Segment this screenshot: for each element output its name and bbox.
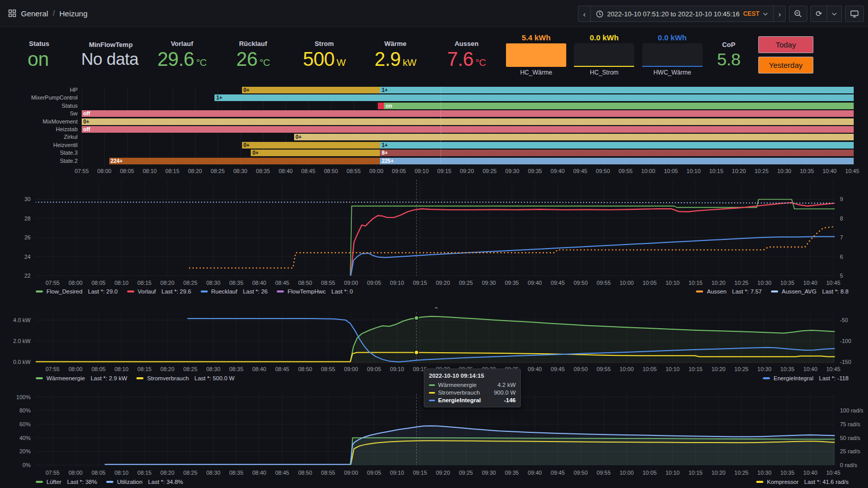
today-button[interactable]: Today <box>758 36 813 53</box>
legend-item-Wärmeenergie[interactable]: Wärmeenergie Last *: 2.9 kW <box>36 375 127 381</box>
legend-item-Aussen[interactable]: Aussen Last *: 7.57 <box>696 288 762 295</box>
timeline-segment: 1+ <box>380 142 854 149</box>
x-axis-tick: 07:55 <box>45 366 60 372</box>
left-axis-tick: 0% <box>22 462 31 468</box>
stat-cop: CoP 5.8 <box>706 29 751 81</box>
x-axis-tick: 10:30 <box>757 366 771 372</box>
left-axis-tick: 26 <box>25 234 31 240</box>
legend-label: Flow_Desired <box>46 288 82 295</box>
breadcrumb-section[interactable]: General <box>21 9 48 18</box>
legend-swatch <box>696 290 703 292</box>
timeline-segment: 0+ <box>294 134 854 140</box>
refresh-interval-dropdown[interactable] <box>827 6 841 21</box>
tooltip-series-value: 900.0 W <box>494 389 516 396</box>
legend-label: FlowTempHwc <box>287 288 326 295</box>
right-axis-tick: 25 rad/s <box>840 448 860 454</box>
legend-value: Last *: 0 <box>331 288 353 295</box>
x-axis-tick: 10:25 <box>734 470 749 476</box>
time-range-button[interactable]: 2022-10-10 07:51:20 to 2022-10-10 10:45:… <box>590 6 774 21</box>
legend-item-FlowTempHwc[interactable]: FlowTempHwc Last *: 0 <box>277 288 353 295</box>
x-axis-tick: 08:10 <box>114 366 129 372</box>
x-axis-tick: 08:20 <box>160 280 175 286</box>
legend-item-Lüfter[interactable]: Lüfter Last *: 38% <box>36 479 97 485</box>
timeline-segment: 1+ <box>214 94 854 101</box>
timeline-segment: 0+ <box>242 87 380 93</box>
legend-item-Flow_Desired[interactable]: Flow_Desired Last *: 29.0 <box>36 288 118 295</box>
time-shift-forward-button[interactable]: › <box>773 6 785 21</box>
x-axis-tick: 09:40 <box>528 280 542 286</box>
left-axis-tick: 22 <box>25 273 31 279</box>
x-axis-tick: 09:55 <box>597 280 611 286</box>
gauge-bar <box>506 43 566 67</box>
x-axis-tick: 09:30 <box>482 470 496 476</box>
legend-item-Ruecklauf[interactable]: Ruecklauf Last *: 26 <box>201 288 268 295</box>
x-axis-tick: 08:20 <box>160 366 175 372</box>
stat-value: 2.9kW <box>374 50 416 70</box>
legend-item-Utilization[interactable]: Utilization Last *: 34.8% <box>106 479 183 485</box>
timezone-label: CEST <box>743 10 759 17</box>
x-axis-tick: 09:00 <box>344 366 358 372</box>
right-axis-tick: 9 <box>840 196 843 202</box>
legend-item-Kompressor[interactable]: Kompressor Last *: 41.6 rad/s <box>756 479 849 485</box>
timeline-axis-tick: 10:00 <box>641 168 656 174</box>
x-axis-tick: 08:35 <box>229 366 244 372</box>
chevron-down-icon <box>832 12 837 16</box>
legend-item-Vorlauf[interactable]: Vorlauf Last *: 29.6 <box>127 288 191 295</box>
timeline-row-label: Sw <box>1 110 78 117</box>
kiosk-mode-button[interactable] <box>846 6 863 21</box>
timeline-axis-tick: 09:45 <box>573 168 588 174</box>
x-axis-tick: 10:10 <box>665 366 680 372</box>
series-area-Utilization <box>105 426 835 465</box>
timeline-axis-tick: 08:30 <box>233 168 248 174</box>
x-axis-tick: 08:05 <box>91 280 106 286</box>
breadcrumb: General / Heizung <box>8 9 87 18</box>
gauge-label: HC_Strom <box>590 69 618 76</box>
legend-item-Aussen_AVG[interactable]: Aussen_AVG Last *: 8.8 <box>771 288 849 295</box>
legend-label: Wärmeenergie <box>46 375 85 381</box>
x-axis-tick: 09:25 <box>459 280 473 286</box>
timeline-axis-tick: 08:15 <box>165 168 180 174</box>
yesterday-button[interactable]: Yesterday <box>758 57 813 74</box>
breadcrumb-page[interactable]: Heizung <box>59 9 87 18</box>
timeline-axis-tick: 09:05 <box>392 168 406 174</box>
right-axis-tick: -150 <box>840 359 851 365</box>
timeline-axis-tick: 09:30 <box>505 168 520 174</box>
apps-grid-icon[interactable] <box>8 9 16 17</box>
tooltip-series-label: Wärmeenergie <box>438 382 476 388</box>
timeline-axis-tick: 10:45 <box>845 168 859 174</box>
x-axis-tick: 09:25 <box>459 470 473 476</box>
breadcrumb-separator: / <box>53 9 55 17</box>
x-axis-tick: 10:10 <box>665 470 680 476</box>
timeline-axis-tick: 08:35 <box>256 168 270 174</box>
x-axis-tick: 10:25 <box>734 366 749 372</box>
gauge-value: 5.4 kWh <box>522 33 551 42</box>
left-axis-tick: 30 <box>25 196 31 202</box>
tooltip-series-label: EnergieIntegral <box>438 397 481 403</box>
legend-item-Stromverbrauch[interactable]: Stromverbrauch Last *: 500.0 W <box>136 375 234 381</box>
legend-item-EnergieIntegral[interactable]: EnergieIntegral Last *: -118 <box>763 375 849 381</box>
chevron-up-icon[interactable]: ⌃ <box>433 306 439 313</box>
x-axis-tick: 07:55 <box>45 470 60 476</box>
x-axis-tick: 09:45 <box>551 280 565 286</box>
x-axis-tick: 08:50 <box>298 280 312 286</box>
chart-legend: Flow_Desired Last *: 29.0 Vorlauf Last *… <box>0 288 868 295</box>
x-axis-tick: 10:05 <box>642 366 657 372</box>
x-axis-tick: 08:00 <box>68 366 83 372</box>
x-axis-tick: 10:40 <box>803 280 817 286</box>
legend-value: Last *: 500.0 W <box>195 375 235 381</box>
refresh-button[interactable]: ⟳ <box>811 6 827 21</box>
clock-icon <box>596 10 604 18</box>
timeline-row: off <box>82 110 854 117</box>
timeline-segment <box>378 103 384 109</box>
timeline-row: 1+ <box>82 94 854 101</box>
stat-label: Wärme <box>384 40 406 47</box>
x-axis-tick: 08:35 <box>229 280 244 286</box>
left-axis-tick: 100% <box>16 394 31 400</box>
state-timeline-panel: 07:5508:0008:0508:1008:1508:2008:2508:30… <box>0 83 868 176</box>
x-axis-tick: 10:00 <box>619 366 634 372</box>
x-axis-tick: 09:45 <box>551 470 565 476</box>
gauge-label: HWC_Wärme <box>654 69 691 76</box>
time-shift-back-button[interactable]: ‹ <box>578 6 590 21</box>
x-axis-tick: 08:25 <box>183 280 198 286</box>
zoom-out-time-button[interactable] <box>789 6 807 21</box>
